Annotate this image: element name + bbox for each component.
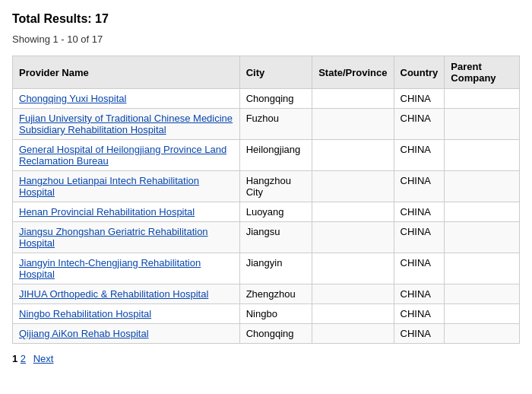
provider-name-link[interactable]: JIHUA Orthopedic & Rehabilitation Hospit… <box>19 288 208 300</box>
provider-name-link[interactable]: Hangzhou Letianpai Intech Rehabilitation… <box>19 175 199 198</box>
cell-parent-company <box>445 222 520 253</box>
showing-label: Showing 1 - 10 of 17 <box>12 33 520 45</box>
cell-parent-company <box>445 284 520 304</box>
pagination: 1 2 Next <box>12 353 520 364</box>
cell-parent-company <box>445 324 520 344</box>
cell-city: Fuzhou <box>239 109 312 140</box>
cell-city: Jiangsu <box>239 222 312 253</box>
cell-provider-name: JIHUA Orthopedic & Rehabilitation Hospit… <box>13 284 240 304</box>
cell-city: Heilongjiang <box>239 140 312 171</box>
provider-name-link[interactable]: Chongqing Yuxi Hospital <box>19 93 126 104</box>
cell-parent-company <box>445 109 520 140</box>
cell-state-province <box>312 109 394 140</box>
cell-country: CHINA <box>394 304 445 324</box>
cell-city: Chongqing <box>239 324 312 344</box>
cell-state-province <box>312 253 394 284</box>
cell-city: Jiangyin <box>239 253 312 284</box>
table-row: Fujian University of Traditional Chinese… <box>13 109 520 140</box>
cell-parent-company <box>445 89 520 109</box>
cell-parent-company <box>445 140 520 171</box>
cell-state-province <box>312 284 394 304</box>
cell-country: CHINA <box>394 202 445 222</box>
cell-state-province <box>312 140 394 171</box>
cell-parent-company <box>445 202 520 222</box>
cell-provider-name: Fujian University of Traditional Chinese… <box>13 109 240 140</box>
col-city: City <box>239 56 312 89</box>
provider-name-link[interactable]: Qijiang AiKon Rehab Hospital <box>19 328 149 339</box>
table-row: General Hospital of Heilongjiang Provinc… <box>13 140 520 171</box>
table-row: Hangzhou Letianpai Intech Rehabilitation… <box>13 171 520 202</box>
cell-country: CHINA <box>394 171 445 202</box>
provider-name-link[interactable]: Jiangyin Intech-Chengjiang Rehabilitatio… <box>19 257 201 280</box>
cell-country: CHINA <box>394 140 445 171</box>
col-state-province: State/Province <box>312 56 394 89</box>
cell-provider-name: Jiangyin Intech-Chengjiang Rehabilitatio… <box>13 253 240 284</box>
provider-name-link[interactable]: Jiangsu Zhongshan Geriatric Rehabilitati… <box>19 226 208 249</box>
provider-name-link[interactable]: Ningbo Rehabilitation Hospital <box>19 308 151 319</box>
cell-country: CHINA <box>394 253 445 284</box>
provider-name-link[interactable]: General Hospital of Heilongjiang Provinc… <box>19 144 226 167</box>
cell-provider-name: Jiangsu Zhongshan Geriatric Rehabilitati… <box>13 222 240 253</box>
cell-state-province <box>312 304 394 324</box>
cell-state-province <box>312 202 394 222</box>
cell-country: CHINA <box>394 109 445 140</box>
table-row: Qijiang AiKon Rehab HospitalChongqingCHI… <box>13 324 520 344</box>
page-2-link[interactable]: 2 <box>21 353 26 364</box>
col-parent-company: Parent Company <box>445 56 520 89</box>
cell-parent-company <box>445 304 520 324</box>
cell-provider-name: Chongqing Yuxi Hospital <box>13 89 240 109</box>
provider-name-link[interactable]: Fujian University of Traditional Chinese… <box>19 113 233 135</box>
cell-provider-name: Qijiang AiKon Rehab Hospital <box>13 324 240 344</box>
total-results: Total Results: 17 <box>12 12 520 26</box>
cell-city: Chongqing <box>239 89 312 109</box>
cell-provider-name: General Hospital of Heilongjiang Provinc… <box>13 140 240 171</box>
cell-country: CHINA <box>394 89 445 109</box>
next-page-link[interactable]: Next <box>33 353 54 364</box>
cell-state-province <box>312 222 394 253</box>
cell-provider-name: Hangzhou Letianpai Intech Rehabilitation… <box>13 171 240 202</box>
table-row: Chongqing Yuxi HospitalChongqingCHINA <box>13 89 520 109</box>
cell-state-province <box>312 89 394 109</box>
results-table: Provider Name City State/Province Countr… <box>12 56 520 344</box>
cell-state-province <box>312 324 394 344</box>
cell-provider-name: Ningbo Rehabilitation Hospital <box>13 304 240 324</box>
cell-city: Luoyang <box>239 202 312 222</box>
cell-city: Zhengzhou <box>239 284 312 304</box>
table-row: Jiangyin Intech-Chengjiang Rehabilitatio… <box>13 253 520 284</box>
table-row: Jiangsu Zhongshan Geriatric Rehabilitati… <box>13 222 520 253</box>
cell-parent-company <box>445 171 520 202</box>
provider-name-link[interactable]: Henan Provincial Rehabilitation Hospital <box>19 206 195 218</box>
cell-state-province <box>312 171 394 202</box>
cell-city: Hangzhou City <box>239 171 312 202</box>
table-row: JIHUA Orthopedic & Rehabilitation Hospit… <box>13 284 520 304</box>
table-row: Henan Provincial Rehabilitation Hospital… <box>13 202 520 222</box>
page-current: 1 <box>12 353 17 364</box>
cell-country: CHINA <box>394 324 445 344</box>
col-provider-name: Provider Name <box>13 56 240 89</box>
cell-country: CHINA <box>394 284 445 304</box>
col-country: Country <box>394 56 445 89</box>
cell-parent-company <box>445 253 520 284</box>
cell-country: CHINA <box>394 222 445 253</box>
table-row: Ningbo Rehabilitation HospitalNingboCHIN… <box>13 304 520 324</box>
cell-city: Ningbo <box>239 304 312 324</box>
table-header-row: Provider Name City State/Province Countr… <box>13 56 520 89</box>
cell-provider-name: Henan Provincial Rehabilitation Hospital <box>13 202 240 222</box>
